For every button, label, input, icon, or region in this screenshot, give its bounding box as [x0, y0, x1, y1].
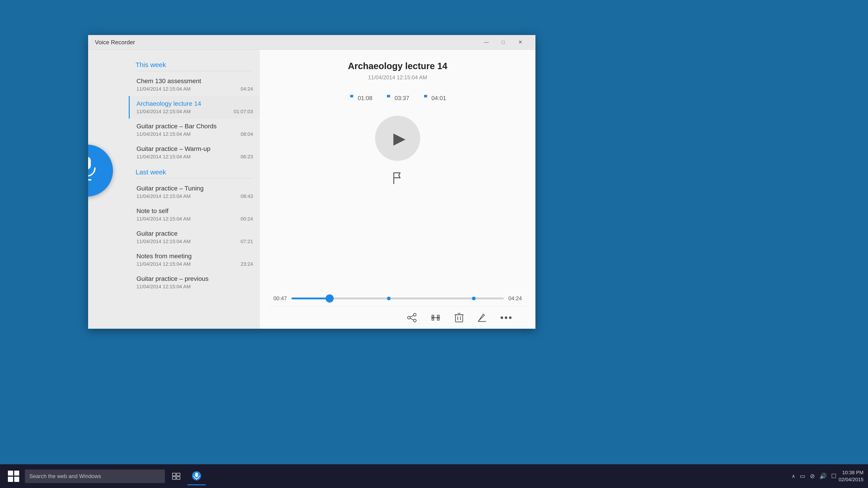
record-button[interactable] — [88, 145, 113, 196]
markers-row: 01:08 03:37 04:01 — [349, 94, 446, 102]
recording-title-guitar-tuning: Guitar practice – Tuning — [136, 185, 253, 192]
recording-title-guitar: Guitar practice — [136, 230, 253, 237]
svg-line-8 — [410, 318, 413, 320]
marker-3: 04:01 — [423, 94, 446, 102]
window-title: Voice Recorder — [95, 39, 478, 46]
flag-icon-3 — [423, 94, 429, 102]
marker-time-3: 04:01 — [432, 95, 446, 102]
recording-item-guitar-prev[interactable]: Guitar practice – previous 11/04/2014 12… — [129, 271, 260, 294]
more-button[interactable]: ••• — [500, 312, 513, 323]
taskbar-time-display: 10:38 PM — [839, 469, 864, 476]
timeline-dot-2 — [472, 297, 475, 300]
svg-line-7 — [410, 315, 413, 317]
minimize-button[interactable]: — — [478, 35, 495, 50]
recording-item-note[interactable]: Note to self 11/04/2014 12:15:04 AM 00:2… — [129, 203, 260, 226]
timeline-dot-1 — [387, 297, 391, 300]
divider-last-week — [135, 178, 253, 179]
add-marker-button[interactable] — [392, 172, 403, 187]
title-bar: Voice Recorder — □ ✕ — [88, 35, 535, 50]
svg-point-4 — [413, 313, 416, 316]
progress-bar[interactable] — [291, 298, 504, 299]
system-tray: ∧ ▭ ⊘ 🔊 ☐ — [792, 472, 836, 480]
flag-icon-1 — [349, 94, 355, 102]
window-controls: — □ ✕ — [478, 35, 529, 50]
taskbar-date-display: 02/04/2015 — [839, 476, 864, 483]
divider-this-week — [135, 71, 253, 71]
search-bar[interactable]: Search the web and Windows — [25, 469, 165, 483]
current-time: 00:47 — [273, 295, 287, 302]
notification-icon[interactable]: ☐ — [831, 472, 836, 480]
taskbar-clock[interactable]: 10:38 PM 02/04/2015 — [839, 469, 864, 483]
recording-meta-guitar-bar: 11/04/2014 12:15:04 AM 08:04 — [136, 131, 253, 137]
play-button[interactable]: ▶ — [375, 116, 420, 161]
progress-thumb[interactable] — [326, 294, 334, 303]
play-icon: ▶ — [393, 129, 406, 148]
recording-title-guitar-bar: Guitar practice – Bar Chords — [136, 123, 253, 130]
svg-rect-10 — [432, 315, 434, 317]
recording-meta-meeting: 11/04/2014 12:15:04 AM 23:24 — [136, 261, 253, 267]
svg-point-5 — [408, 316, 410, 319]
svg-rect-14 — [456, 315, 463, 322]
progress-fill — [291, 298, 330, 299]
player-panel: Archaeology lecture 14 11/04/2014 12:15:… — [260, 50, 535, 329]
sidebar: This week Chem 130 assessment 11/04/2014… — [88, 50, 260, 329]
recording-item-guitar-bar[interactable]: Guitar practice – Bar Chords 11/04/2014 … — [129, 119, 260, 141]
share-button[interactable] — [407, 313, 416, 323]
section-this-week: This week — [129, 57, 260, 71]
svg-rect-20 — [173, 473, 176, 476]
marker-time-2: 03:37 — [395, 95, 409, 102]
marker-1: 01:08 — [349, 94, 372, 102]
task-view-button[interactable] — [167, 467, 185, 485]
search-placeholder: Search the web and Windows — [29, 473, 101, 480]
progress-container: 00:47 04:24 — [269, 295, 526, 306]
recording-meta-guitar: 11/04/2014 12:15:04 AM 07:21 — [136, 239, 253, 244]
player-title: Archaeology lecture 14 — [348, 61, 447, 71]
battery-icon: ▭ — [800, 472, 805, 480]
app-window: Voice Recorder — □ ✕ — [88, 35, 535, 329]
svg-rect-13 — [437, 318, 439, 320]
svg-rect-21 — [177, 473, 180, 476]
recording-list: This week Chem 130 assessment 11/04/2014… — [88, 50, 260, 301]
trim-button[interactable] — [430, 313, 441, 323]
mic-icon — [88, 156, 97, 185]
flag-icon-2 — [386, 94, 392, 102]
recording-item-chem[interactable]: Chem 130 assessment 11/04/2014 12:15:04 … — [129, 73, 260, 96]
recording-meta-archaeology: 11/04/2014 12:15:04 AM 01:07:03 — [136, 109, 253, 115]
more-icon: ••• — [500, 312, 513, 323]
voice-recorder-taskbar[interactable] — [188, 467, 206, 485]
recording-title-meeting: Notes from meeting — [136, 252, 253, 260]
recording-item-archaeology[interactable]: Archaeology lecture 14 11/04/2014 12:15:… — [129, 96, 260, 119]
marker-time-1: 01:08 — [358, 95, 372, 102]
recording-item-meeting[interactable]: Notes from meeting 11/04/2014 12:15:04 A… — [129, 248, 260, 271]
rename-button[interactable] — [477, 313, 487, 323]
svg-rect-0 — [88, 157, 91, 170]
recording-meta-guitar-prev: 11/04/2014 12:15:04 AM — [136, 284, 253, 289]
recording-meta-note: 11/04/2014 12:15:04 AM 00:24 — [136, 216, 253, 222]
recording-item-guitar[interactable]: Guitar practice 11/04/2014 12:15:04 AM 0… — [129, 226, 260, 248]
total-time: 04:24 — [508, 295, 522, 302]
chevron-up-icon[interactable]: ∧ — [792, 473, 795, 479]
close-button[interactable]: ✕ — [512, 35, 529, 50]
recording-title-chem: Chem 130 assessment — [136, 78, 253, 85]
network-icon: ⊘ — [810, 472, 815, 480]
recording-item-guitar-tuning[interactable]: Guitar practice – Tuning 11/04/2014 12:1… — [129, 181, 260, 203]
recording-meta-guitar-warmup: 11/04/2014 12:15:04 AM 06:23 — [136, 154, 253, 160]
recording-meta-guitar-tuning: 11/04/2014 12:15:04 AM 08:43 — [136, 193, 253, 199]
taskbar: Search the web and Windows ∧ ▭ ⊘ 🔊 ☐ 10:… — [0, 464, 868, 488]
start-button[interactable] — [4, 467, 23, 485]
volume-icon: 🔊 — [819, 472, 827, 480]
svg-rect-25 — [195, 472, 198, 477]
recording-title-guitar-warmup: Guitar practice – Warm-up — [136, 145, 253, 152]
recording-meta-chem: 11/04/2014 12:15:04 AM 04:24 — [136, 86, 253, 92]
svg-rect-22 — [173, 477, 176, 480]
svg-rect-11 — [437, 315, 439, 317]
section-last-week: Last week — [129, 164, 260, 178]
delete-button[interactable] — [455, 312, 464, 323]
maximize-button[interactable]: □ — [495, 35, 512, 50]
windows-icon — [8, 470, 19, 482]
recording-item-guitar-warmup[interactable]: Guitar practice – Warm-up 11/04/2014 12:… — [129, 141, 260, 164]
svg-point-6 — [413, 319, 416, 322]
player-date: 11/04/2014 12:15:04 AM — [368, 74, 427, 81]
recording-title-archaeology: Archaeology lecture 14 — [136, 100, 253, 107]
record-area — [88, 145, 113, 196]
